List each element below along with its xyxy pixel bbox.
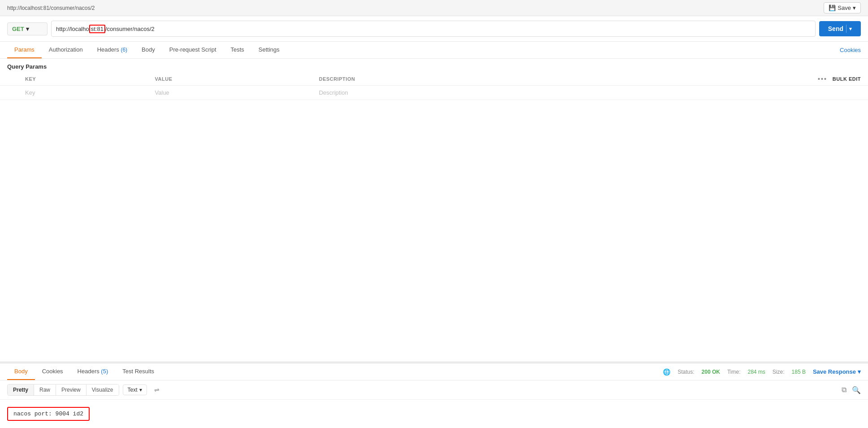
tab-pre-request-script[interactable]: Pre-request Script [162, 42, 224, 58]
cookies-link[interactable]: Cookies [840, 47, 861, 53]
param-value-placeholder[interactable]: Value [148, 86, 312, 100]
more-options-icon[interactable]: ••• [818, 75, 827, 83]
format-tabs: Pretty Raw Preview Visualize [7, 384, 119, 396]
send-caret: ▾ [849, 26, 852, 32]
tab-params[interactable]: Params [7, 42, 42, 58]
top-bar: http://localhost:81/consumer/nacos/2 💾 S… [0, 0, 868, 16]
top-bar-actions: 💾 Save ▾ [824, 2, 861, 13]
wrap-icon[interactable]: ⇌ [154, 386, 160, 393]
response-body-toolbar: Pretty Raw Preview Visualize Text ▾ ⇌ ⧉ … [0, 380, 868, 400]
headers-badge: (6) [121, 47, 127, 53]
response-highlighted-content: nacos port: 9004 id2 [7, 407, 90, 421]
response-tab-cookies[interactable]: Cookies [35, 363, 70, 380]
save-button[interactable]: 💾 Save ▾ [824, 2, 861, 13]
url-prefix: http://localho [56, 26, 89, 32]
size-value: 185 B [792, 369, 806, 375]
send-divider [846, 25, 846, 33]
col-value: VALUE [148, 73, 312, 86]
response-tabs-row: Body Cookies Headers (5) Test Results 🌐 … [0, 363, 868, 380]
params-placeholder-row: Key Value Description [0, 86, 868, 100]
tab-body[interactable]: Body [134, 42, 162, 58]
globe-icon: 🌐 [663, 368, 670, 376]
type-select[interactable]: Text ▾ [123, 384, 147, 395]
method-caret: ▾ [26, 26, 29, 32]
request-tabs: Params Authorization Headers (6) Body Pr… [7, 42, 287, 58]
bulk-edit-button[interactable]: Bulk Edit [833, 76, 861, 82]
response-body-actions: ⧉ 🔍 [842, 386, 861, 394]
tab-authorization[interactable]: Authorization [42, 42, 90, 58]
col-key: KEY [18, 73, 148, 86]
response-tab-body[interactable]: Body [7, 363, 35, 380]
save-response-button[interactable]: Save Response ▾ [813, 368, 861, 375]
type-select-value: Text [128, 387, 138, 393]
type-select-caret: ▾ [139, 387, 142, 393]
response-section: Body Cookies Headers (5) Test Results 🌐 … [0, 363, 868, 428]
status-label: Status: [678, 369, 694, 375]
send-label: Send [828, 25, 843, 32]
col-description: DESCRIPTION [312, 73, 572, 86]
status-value: 200 OK [702, 369, 720, 375]
response-headers-badge: (5) [101, 368, 108, 375]
time-label: Time: [727, 369, 741, 375]
top-bar-url: http://localhost:81/consumer/nacos/2 [7, 5, 95, 11]
tab-headers[interactable]: Headers (6) [90, 42, 134, 58]
tab-settings[interactable]: Settings [251, 42, 287, 58]
format-tab-pretty[interactable]: Pretty [8, 384, 34, 395]
url-input-wrap[interactable]: http://localhost:81/consumer/nacos/2 [51, 21, 816, 37]
method-select[interactable]: GET ▾ [7, 22, 48, 35]
format-tab-preview[interactable]: Preview [56, 384, 86, 395]
query-params-title: Query Params [0, 59, 868, 73]
response-tabs: Body Cookies Headers (5) Test Results [7, 363, 161, 380]
request-row: GET ▾ http://localhost:81/consumer/nacos… [0, 16, 868, 42]
param-description-placeholder[interactable]: Description [312, 86, 572, 100]
response-content: nacos port: 9004 id2 [0, 400, 868, 428]
app-layout: http://localhost:81/consumer/nacos/2 💾 S… [0, 0, 868, 428]
request-area: Query Params KEY VALUE DESCRIPTION ••• B… [0, 59, 868, 362]
url-suffix: /consumer/nacos/2 [105, 26, 155, 32]
param-key-placeholder[interactable]: Key [18, 86, 148, 100]
format-tab-visualize[interactable]: Visualize [86, 384, 119, 395]
url-port-highlight: st:81 [89, 25, 105, 33]
response-tab-headers[interactable]: Headers (5) [70, 363, 116, 380]
search-icon[interactable]: 🔍 [852, 386, 861, 394]
method-label: GET [12, 26, 24, 32]
response-tab-test-results[interactable]: Test Results [115, 363, 161, 380]
save-icon: 💾 [829, 4, 836, 11]
tab-tests[interactable]: Tests [224, 42, 251, 58]
request-tabs-row: Params Authorization Headers (6) Body Pr… [0, 42, 868, 59]
send-button[interactable]: Send ▾ [819, 21, 861, 36]
size-label: Size: [773, 369, 785, 375]
format-tab-raw[interactable]: Raw [34, 384, 56, 395]
response-meta: 🌐 Status: 200 OK Time: 284 ms Size: 185 … [663, 368, 861, 376]
time-value: 284 ms [747, 369, 765, 375]
copy-icon[interactable]: ⧉ [842, 386, 846, 394]
params-table: KEY VALUE DESCRIPTION ••• Bulk Edit Key … [0, 73, 868, 100]
